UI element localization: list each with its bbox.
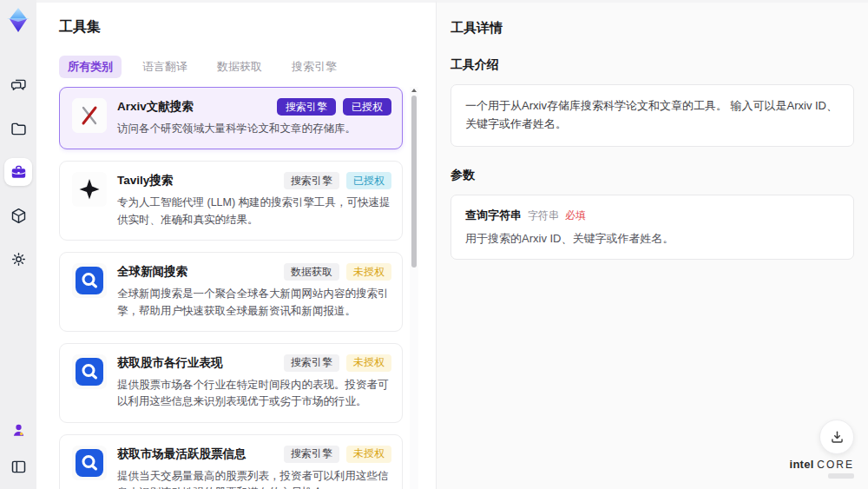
intro-heading: 工具介绍 [450,57,854,73]
avatar[interactable] [4,416,32,444]
icon-rail [0,0,36,489]
tool-card[interactable]: 获取股市各行业表现搜索引擎未授权提供股票市场各个行业在特定时间段内的表现。投资者… [59,343,403,423]
scroll-up-icon[interactable] [411,89,417,92]
sidebar-item-settings[interactable] [4,245,32,273]
param-required-badge: 必填 [565,208,586,223]
auth-status-badge: 已授权 [346,172,391,189]
cube-icon [10,207,28,225]
folder-icon [10,120,28,138]
scrollbar-thumb[interactable] [411,96,417,268]
app-logo-icon[interactable] [5,7,31,33]
param-card: 查询字符串 字符串 必填 用于搜索的Arxiv ID、关键字或作者姓名。 [450,195,854,260]
tab-0[interactable]: 所有类别 [59,56,122,78]
rail-nav [4,71,32,273]
app-window: 工具集 所有类别语言翻译数据获取搜索引擎 Arxiv文献搜索搜索引擎已授权访问各… [0,0,868,489]
category-badge: 搜索引擎 [277,98,336,116]
chat-icon [10,76,28,95]
download-button[interactable] [819,420,854,454]
category-tabs: 所有类别语言翻译数据获取搜索引擎 [59,56,418,78]
scrollbar[interactable] [410,87,418,489]
auth-status-badge: 已授权 [343,98,391,116]
category-badge: 搜索引擎 [284,354,339,372]
tool-card[interactable]: Arxiv文献搜索搜索引擎已授权访问各个研究领域大量科学论文和文章的存储库。 [59,87,403,149]
tool-detail-panel: 工具详情 工具介绍 一个用于从Arxiv存储库搜索科学论文和文章的工具。 输入可… [436,0,868,489]
intel-core-logo: intel CORE [789,458,854,479]
category-badge: 搜索引擎 [284,446,339,463]
sidebar-item-models[interactable] [4,202,32,229]
sidebar-item-toolbox[interactable] [4,158,32,186]
page-title: 工具集 [59,18,418,36]
tool-name: 获取股市各行业表现 [117,354,223,371]
param-type: 字符串 [528,208,559,223]
news-search-blue-icon [72,354,107,389]
auth-status-badge: 未授权 [346,263,391,281]
tool-name: 全球新闻搜索 [117,263,187,280]
sidebar-item-folder[interactable] [4,115,32,142]
sidebar-item-chat[interactable] [4,71,32,99]
tool-description: 提供股票市场各个行业在特定时间段内的表现。投资者可以利用这些信息来识别表现优于或… [117,377,391,411]
intel-wordmark: intel [789,458,813,471]
news-search-blue-icon [72,263,107,298]
panel-toggle-icon[interactable] [4,453,32,480]
arxiv-logo-icon [72,98,107,133]
tool-name: 获取市场最活跃股票信息 [117,446,247,462]
tab-3[interactable]: 搜索引擎 [283,56,345,78]
params-heading: 参数 [450,168,854,183]
tool-description: 专为人工智能代理 (LLM) 构建的搜索引擎工具，可快速提供实时、准确和真实的结… [117,195,391,228]
briefcase-icon [10,163,28,182]
auth-status-badge: 未授权 [346,446,391,463]
param-description: 用于搜索的Arxiv ID、关键字或作者姓名。 [465,231,839,247]
gear-icon [10,250,28,268]
detail-title: 工具详情 [450,20,854,36]
tool-card[interactable]: 获取市场最活跃股票信息搜索引擎未授权提供当天交易量最高的股票列表，投资者可以利用… [59,434,403,489]
tavily-star-icon [72,172,107,207]
auth-status-badge: 未授权 [346,354,391,372]
tool-name: Tavily搜索 [117,172,173,188]
tool-description: 全球新闻搜索是一个聚合全球各大新闻网站内容的搜索引擎，帮助用户快速获取全球最新资… [117,286,391,320]
tab-2[interactable]: 数据获取 [208,56,271,78]
tool-name: Arxiv文献搜索 [117,98,194,115]
news-search-blue-icon [72,446,107,480]
intel-ultra-mark [828,473,854,479]
param-name: 查询字符串 [465,208,522,223]
tool-intro-text: 一个用于从Arxiv存储库搜索科学论文和文章的工具。 输入可以是Arxiv ID… [465,97,839,134]
tab-1[interactable]: 语言翻译 [134,56,196,78]
tool-card[interactable]: Tavily搜索搜索引擎已授权专为人工智能代理 (LLM) 构建的搜索引擎工具，… [59,161,403,241]
core-wordmark: CORE [817,459,854,471]
tool-list: Arxiv文献搜索搜索引擎已授权访问各个研究领域大量科学论文和文章的存储库。Ta… [59,87,418,489]
tool-description: 提供当天交易量最高的股票列表，投资者可以利用这些信息来识别流动性强的股票和潜在的… [117,468,391,489]
category-badge: 数据获取 [284,263,339,281]
tool-list-panel: 工具集 所有类别语言翻译数据获取搜索引擎 Arxiv文献搜索搜索引擎已授权访问各… [36,0,436,489]
tool-card[interactable]: 全球新闻搜索数据获取未授权全球新闻搜索是一个聚合全球各大新闻网站内容的搜索引擎，… [59,252,403,332]
tool-description: 访问各个研究领域大量科学论文和文章的存储库。 [117,121,391,137]
category-badge: 搜索引擎 [284,172,339,189]
